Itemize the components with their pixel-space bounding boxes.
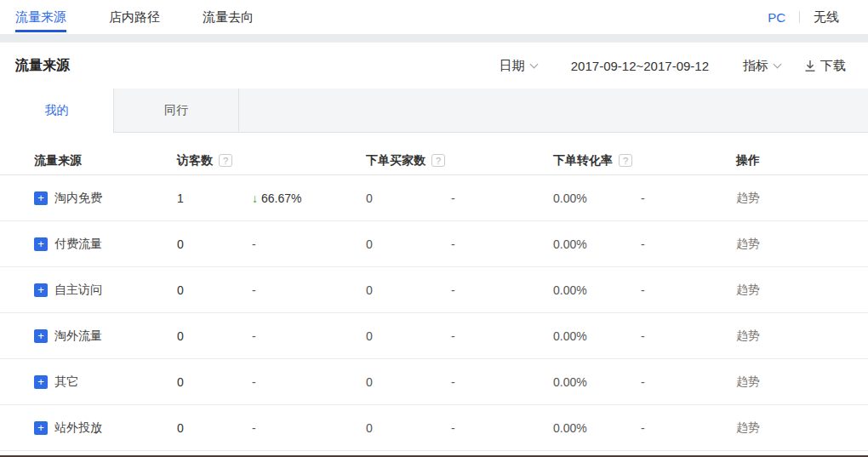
- conversion-value: 0.00%: [553, 283, 641, 297]
- visitors-change: 66.67%: [261, 191, 301, 205]
- nav-tab-traffic-source[interactable]: 流量来源: [15, 0, 66, 34]
- source-name: 自主访问: [54, 283, 102, 298]
- download-label: 下载: [820, 58, 846, 74]
- conversion-change: -: [641, 191, 736, 205]
- metrics-dropdown-label: 指标: [743, 58, 768, 74]
- visitors-value: 0: [177, 283, 252, 297]
- conversion-value: 0.00%: [553, 329, 641, 343]
- header-controls: 日期 2017-09-12~2017-09-12 指标 下载: [500, 58, 846, 74]
- trend-link[interactable]: 趋势: [736, 420, 760, 434]
- help-icon[interactable]: ?: [619, 154, 632, 167]
- buyers-value: 0: [366, 329, 451, 343]
- expand-plus-icon[interactable]: +: [34, 283, 48, 297]
- visitors-change: -: [252, 329, 256, 343]
- table-header-row: 流量来源 访客数 ? 下单买家数 ? 下单转化率 ? 操作: [0, 146, 868, 175]
- trend-link[interactable]: 趋势: [736, 237, 760, 250]
- source-name: 其它: [54, 374, 78, 390]
- date-range-display[interactable]: 2017-09-12~2017-09-12: [571, 59, 709, 73]
- buyers-value: 0: [366, 421, 451, 435]
- section-separator: [0, 34, 868, 43]
- table-row: + 付费流量 0 ↓ - 0 - 0.00% - 趋势: [0, 221, 868, 267]
- conversion-change: -: [641, 421, 736, 435]
- buyers-change: -: [451, 237, 553, 251]
- trend-link[interactable]: 趋势: [736, 283, 760, 296]
- conversion-value: 0.00%: [553, 237, 641, 251]
- trend-link[interactable]: 趋势: [736, 191, 760, 204]
- conversion-value: 0.00%: [553, 375, 641, 389]
- buyers-change: -: [451, 191, 553, 205]
- conversion-value: 0.00%: [553, 191, 641, 205]
- expand-plus-icon[interactable]: +: [34, 329, 48, 343]
- conversion-value: 0.00%: [553, 421, 641, 435]
- table-row: + 淘内免费 1 ↓ 66.67% 0 - 0.00% - 趋势: [0, 175, 868, 221]
- wireless-toggle[interactable]: 无线: [814, 9, 839, 26]
- buyers-change: -: [451, 283, 553, 297]
- divider: [799, 11, 800, 23]
- visitors-change: -: [252, 237, 256, 251]
- device-switch: PC 无线: [768, 9, 839, 26]
- download-button[interactable]: 下载: [804, 58, 846, 74]
- conversion-change: -: [641, 283, 736, 297]
- conversion-change: -: [641, 375, 736, 389]
- pc-toggle[interactable]: PC: [768, 10, 785, 25]
- trend-link[interactable]: 趋势: [736, 328, 760, 342]
- visitors-value: 0: [177, 421, 252, 435]
- source-name: 淘外流量: [54, 328, 102, 344]
- col-header-buyers-label: 下单买家数: [366, 153, 425, 169]
- col-header-visitors-label: 访客数: [177, 153, 213, 169]
- content-header: 流量来源 日期 2017-09-12~2017-09-12 指标 下载: [0, 43, 868, 89]
- col-header-source: 流量来源: [0, 153, 177, 169]
- buyers-change: -: [451, 329, 553, 343]
- visitors-value: 1: [177, 191, 252, 205]
- date-dropdown[interactable]: 日期: [500, 58, 537, 74]
- nav-tab-traffic-destination[interactable]: 流量去向: [203, 0, 254, 34]
- trend-link[interactable]: 趋势: [736, 374, 760, 388]
- table-body: + 淘内免费 1 ↓ 66.67% 0 - 0.00% - 趋势 + 付费流量 …: [0, 175, 868, 451]
- buyers-value: 0: [366, 283, 451, 297]
- chevron-down-icon: [774, 60, 782, 68]
- chevron-down-icon: [529, 60, 538, 68]
- help-icon[interactable]: ?: [219, 154, 232, 167]
- expand-plus-icon[interactable]: +: [34, 237, 48, 251]
- col-header-conversion-label: 下单转化率: [553, 153, 613, 169]
- source-name: 站外投放: [54, 420, 102, 436]
- sub-tab-strip: 我的 同行: [0, 89, 868, 133]
- traffic-source-table: 流量来源 访客数 ? 下单买家数 ? 下单转化率 ? 操作 + 淘内免费 1 ↓…: [0, 146, 868, 451]
- conversion-change: -: [641, 329, 736, 343]
- visitors-change: -: [252, 375, 256, 389]
- visitors-value: 0: [177, 329, 252, 343]
- visitors-value: 0: [177, 237, 252, 251]
- download-icon: [804, 60, 816, 72]
- expand-plus-icon[interactable]: +: [34, 421, 48, 435]
- col-header-buyers: 下单买家数 ?: [366, 153, 553, 169]
- top-nav: 流量来源 店内路径 流量去向 PC 无线: [0, 0, 868, 34]
- source-name: 淘内免费: [54, 191, 102, 206]
- expand-plus-icon[interactable]: +: [34, 375, 48, 389]
- buyers-value: 0: [366, 237, 451, 251]
- visitors-value: 0: [177, 375, 252, 389]
- table-row: + 其它 0 ↓ - 0 - 0.00% - 趋势: [0, 359, 868, 405]
- buyers-value: 0: [366, 191, 451, 205]
- nav-tab-instore-path[interactable]: 店内路径: [109, 0, 160, 34]
- page-title: 流量来源: [15, 57, 70, 75]
- tab-mine[interactable]: 我的: [0, 89, 113, 133]
- table-row: + 淘外流量 0 ↓ - 0 - 0.00% - 趋势: [0, 313, 868, 359]
- table-row: + 自主访问 0 ↓ - 0 - 0.00% - 趋势: [0, 267, 868, 313]
- tab-peers[interactable]: 同行: [113, 89, 239, 132]
- metrics-dropdown[interactable]: 指标: [743, 58, 780, 74]
- source-name: 付费流量: [54, 237, 102, 252]
- col-header-action: 操作: [736, 153, 868, 169]
- conversion-change: -: [641, 237, 736, 251]
- date-dropdown-label: 日期: [500, 58, 525, 74]
- visitors-change: -: [252, 421, 256, 435]
- down-arrow-icon: ↓: [252, 191, 258, 205]
- help-icon[interactable]: ?: [431, 154, 445, 167]
- expand-plus-icon[interactable]: +: [34, 191, 48, 205]
- col-header-conversion: 下单转化率 ?: [553, 153, 736, 169]
- buyers-change: -: [451, 375, 553, 389]
- visitors-change: -: [252, 283, 256, 297]
- buyers-change: -: [451, 421, 553, 435]
- buyers-value: 0: [366, 375, 451, 389]
- table-row: + 站外投放 0 ↓ - 0 - 0.00% - 趋势: [0, 405, 868, 451]
- col-header-visitors: 访客数 ?: [177, 153, 366, 169]
